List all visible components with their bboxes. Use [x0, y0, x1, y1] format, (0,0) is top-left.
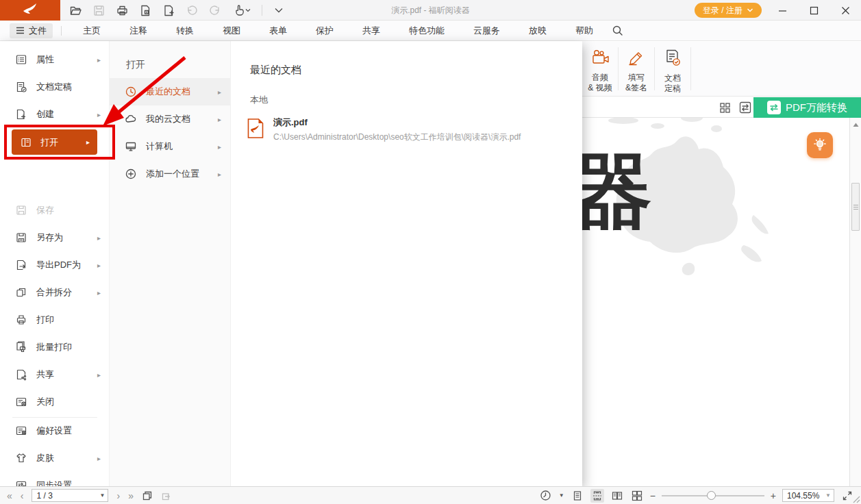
read-mode-icon[interactable]	[539, 489, 553, 503]
page-dropdown-caret[interactable]: ▼	[100, 492, 105, 499]
open-item-computer[interactable]: 计算机 ▸	[110, 133, 231, 160]
open-file-icon[interactable]	[68, 3, 82, 17]
submenu-arrow-icon: ▸	[97, 455, 101, 462]
zoom-in-button[interactable]: +	[771, 490, 776, 501]
sidebar-item-close[interactable]: 关闭	[0, 388, 110, 416]
new-document-icon[interactable]	[162, 3, 175, 17]
sidebar-item-open[interactable]: 打开 ▸	[12, 129, 97, 155]
last-page-button[interactable]: »	[128, 491, 134, 501]
file-menu-button[interactable]: 文件	[10, 23, 53, 38]
tips-lightbulb-button[interactable]	[807, 132, 833, 158]
doc-finalize-button[interactable]: 文档 定稿	[655, 43, 690, 94]
vertical-scrollbar[interactable]	[849, 118, 861, 486]
audio-video-label-1: 音频	[592, 73, 608, 83]
foxit-fox-icon	[22, 2, 38, 18]
close-button[interactable]	[829, 0, 861, 21]
sub-toolbar: PDF万能转换	[582, 97, 861, 118]
menu-bar: 文件 主页 注释 转换 视图 表单 保护 共享 特色功能 云服务 放映 帮助	[0, 21, 861, 41]
zoom-slider-knob[interactable]	[707, 491, 716, 500]
submenu-arrow-icon: ▸	[97, 56, 101, 64]
tab-home[interactable]: 主页	[73, 25, 110, 37]
document-page[interactable]: 器	[582, 118, 849, 486]
menu-tabs: 主页 注释 转换 视图 表单 保护 共享 特色功能 云服务 放映 帮助	[68, 25, 608, 37]
recent-file-path: C:\Users\Administrator\Desktop\seo软文工作培训…	[273, 131, 521, 143]
recent-docs-title: 最近的文档	[250, 64, 301, 77]
pdf-convert-button[interactable]: PDF万能转换	[753, 97, 861, 118]
tab-convert[interactable]: 转换	[166, 25, 203, 37]
fill-sign-button[interactable]: 填写 &签名	[619, 43, 654, 94]
menubar-separator	[61, 26, 62, 36]
tab-protect[interactable]: 保护	[306, 25, 343, 37]
minimize-button[interactable]	[766, 0, 798, 21]
clock-icon	[125, 86, 137, 98]
pencil-icon	[627, 49, 646, 69]
doc-finalize-icon	[15, 81, 27, 93]
open-item-add-place[interactable]: 添加一个位置 ▸	[110, 160, 231, 188]
zoom-out-button[interactable]: −	[650, 490, 656, 501]
zoom-slider[interactable]	[662, 489, 764, 503]
tab-present[interactable]: 放映	[519, 25, 556, 37]
customize-toolbar-icon[interactable]	[272, 3, 286, 17]
tab-share[interactable]: 共享	[353, 25, 390, 37]
first-page-button[interactable]: «	[7, 491, 12, 501]
recent-file-item[interactable]: 演示.pdf C:\Users\Administrator\Desktop\se…	[247, 114, 569, 145]
grid-view-icon[interactable]	[718, 101, 732, 114]
doc-finalize-label-1: 文档	[664, 73, 681, 84]
tab-help[interactable]: 帮助	[566, 25, 603, 37]
single-page-view-icon[interactable]	[571, 489, 584, 503]
toolbar-separator	[262, 5, 262, 16]
hand-tool-icon[interactable]	[232, 3, 252, 17]
properties-icon	[15, 53, 27, 66]
sidebar-item-share[interactable]: 共享 ▸	[0, 361, 110, 388]
merge-split-icon	[15, 286, 27, 299]
sidebar-item-create[interactable]: 创建 ▸	[0, 101, 110, 128]
zoom-dropdown-caret[interactable]: ▼	[825, 492, 831, 499]
open-panel-title: 打开	[126, 59, 145, 71]
prev-page-button[interactable]: ‹	[21, 491, 24, 501]
sidebar-item-skin[interactable]: 皮肤 ▸	[0, 444, 110, 472]
zoom-level-input[interactable]: 104.55% ▼	[782, 489, 834, 502]
tab-cloud[interactable]: 云服务	[464, 25, 510, 37]
open-locations-panel: 打开 最近的文档 ▸ 我的云文档 ▸ 计算机 ▸ 添加一个位置 ▸	[110, 41, 231, 486]
ribbon-toolbar: 音频 & 视频 填写 &签名 文档 定稿	[582, 42, 861, 97]
open-item-cloud-docs[interactable]: 我的云文档 ▸	[110, 105, 231, 133]
doc-finalize-label-2: 定稿	[664, 84, 681, 94]
sidebar-item-properties[interactable]: 属性 ▸	[0, 46, 110, 73]
status-bar: « ‹ 1 / 3 ▼ › » ▼	[0, 486, 861, 504]
sidebar-item-print[interactable]: 打印	[0, 306, 110, 333]
tab-comment[interactable]: 注释	[120, 25, 157, 37]
sidebar-item-export-pdf[interactable]: 导出PDF为 ▸	[0, 251, 110, 279]
tab-form[interactable]: 表单	[260, 25, 297, 37]
continuous-view-icon[interactable]	[590, 489, 604, 503]
sidebar-item-save-as[interactable]: 另存为 ▸	[0, 224, 110, 251]
window-resize-grip[interactable]	[851, 494, 860, 503]
previous-view-button[interactable]	[142, 490, 153, 501]
submenu-arrow-icon: ▸	[86, 138, 90, 146]
sidebar-item-doc-finalize[interactable]: 文档定稿	[0, 73, 110, 101]
facing-view-icon[interactable]	[610, 489, 624, 503]
audio-video-button[interactable]: 音频 & 视频	[582, 43, 618, 94]
foxit-logo[interactable]	[0, 0, 60, 21]
tab-view[interactable]: 视图	[213, 25, 250, 37]
page-number-input[interactable]: 1 / 3 ▼	[32, 489, 108, 502]
scrollbar-thumb[interactable]	[851, 183, 860, 231]
sidebar-item-batch-print[interactable]: 批量打印	[0, 333, 110, 361]
submenu-arrow-icon: ▸	[218, 116, 221, 123]
maximize-button[interactable]	[798, 0, 829, 21]
open-item-recent-docs[interactable]: 最近的文档 ▸	[110, 78, 231, 105]
copy-page-icon[interactable]	[138, 3, 152, 17]
search-icon[interactable]	[612, 25, 623, 36]
read-mode-caret[interactable]: ▼	[559, 492, 564, 499]
next-page-button[interactable]: ›	[116, 491, 120, 501]
print-icon[interactable]	[115, 3, 129, 17]
sidebar-item-preferences[interactable]: 偏好设置	[0, 417, 110, 444]
swap-view-icon[interactable]	[738, 101, 752, 114]
login-register-button[interactable]: 登录 / 注册	[695, 3, 762, 18]
save-as-icon	[15, 231, 27, 244]
submenu-arrow-icon: ▸	[218, 88, 221, 96]
scroll-up-arrow[interactable]	[850, 120, 861, 129]
continuous-facing-view-icon[interactable]	[630, 489, 644, 503]
document-check-icon	[663, 49, 682, 70]
tab-features[interactable]: 特色功能	[399, 25, 454, 37]
sidebar-item-merge-split[interactable]: 合并拆分 ▸	[0, 279, 110, 306]
